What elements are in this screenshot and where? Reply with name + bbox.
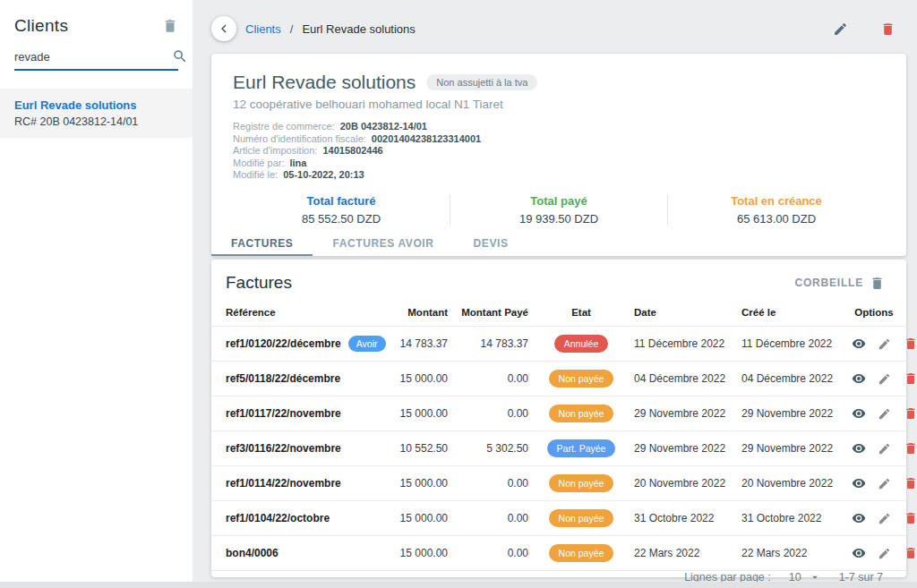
breadcrumb: Clients / Eurl Revade solutions: [211, 14, 904, 43]
edit-invoice-icon[interactable]: [878, 442, 891, 456]
corbeille-label: CORBEILLE: [794, 277, 863, 289]
invoice-reference: ref3/0116/22/novembre: [226, 442, 341, 455]
clients-sidebar: Clients Eurl Revade solutions RC# 20B 04…: [0, 0, 193, 582]
edit-client-icon[interactable]: [833, 21, 848, 37]
invoice-montant-paye: 0.00: [453, 396, 534, 431]
edit-invoice-icon[interactable]: [878, 372, 891, 386]
delete-invoice-icon[interactable]: [904, 546, 917, 560]
col-reference: Référence: [211, 300, 378, 327]
view-invoice-icon[interactable]: [852, 337, 866, 351]
invoice-cree-le: 29 Novembre 2022: [736, 396, 842, 431]
col-date: Date: [629, 300, 736, 327]
field-value: 05-10-2022, 20:13: [283, 169, 364, 180]
field-value: lina: [289, 158, 306, 168]
invoice-reference: bon4/0006: [226, 547, 279, 559]
field-label: Modifié le:: [233, 169, 278, 180]
view-invoice-icon[interactable]: [852, 406, 866, 421]
invoice-montant-paye: 0.00: [453, 362, 534, 396]
tab-factures[interactable]: FACTURES: [211, 231, 313, 257]
field-label: Registre de commerce:: [233, 121, 335, 132]
view-invoice-icon[interactable]: [852, 476, 866, 490]
table-row: bon4/0006 15 000.00 0.00 Non payée 22 Ma…: [211, 536, 906, 571]
edit-invoice-icon[interactable]: [878, 407, 891, 421]
tab-factures-avoir[interactable]: FACTURES AVOIR: [313, 231, 453, 257]
total-creance: Total en créance 65 613.00 DZD: [667, 194, 885, 226]
status-badge: Non payée: [549, 405, 614, 422]
horizontal-scrollbar[interactable]: [0, 582, 917, 588]
search-input[interactable]: [14, 50, 172, 64]
view-invoice-icon[interactable]: [852, 546, 866, 560]
edit-invoice-icon[interactable]: [878, 547, 891, 560]
breadcrumb-separator: /: [290, 22, 294, 36]
totals-row: Total facturé 85 552.50 DZD Total payé 1…: [233, 191, 885, 231]
tab-devis[interactable]: DEVIS: [454, 231, 528, 257]
status-badge: Non payée: [549, 509, 614, 527]
delete-invoice-icon[interactable]: [904, 441, 917, 456]
col-montant-paye: Montant Payé: [453, 300, 534, 327]
search-icon[interactable]: [172, 48, 188, 64]
trash-icon[interactable]: [162, 18, 178, 34]
client-list-item-name: Eurl Revade solutions: [14, 98, 178, 112]
field-label: Article d'imposition:: [233, 145, 317, 156]
back-button[interactable]: [211, 16, 236, 41]
invoice-reference: ref1/0114/22/novembre: [226, 477, 341, 490]
delete-invoice-icon[interactable]: [904, 337, 917, 351]
invoice-reference: ref1/0117/22/novembre: [226, 407, 341, 420]
status-badge: Non payée: [549, 370, 614, 388]
invoice-montant: 15 000.00: [378, 501, 453, 536]
edit-invoice-icon[interactable]: [878, 337, 891, 351]
col-options: Options: [842, 300, 906, 327]
edit-invoice-icon[interactable]: [878, 512, 891, 525]
invoice-cree-le: 31 Octobre 2022: [736, 501, 842, 536]
delete-invoice-icon[interactable]: [904, 371, 917, 386]
total-paye: Total payé 19 939.50 DZD: [450, 194, 667, 226]
invoice-date: 04 Décembre 2022: [629, 362, 736, 396]
field-value: 00201404238123314001: [372, 133, 481, 144]
delete-client-icon[interactable]: [880, 21, 896, 37]
invoices-card: Factures CORBEILLE Référence Montant Mon…: [211, 260, 906, 577]
invoice-montant: 10 552.50: [378, 431, 453, 466]
delete-invoice-icon[interactable]: [904, 511, 917, 525]
corbeille-button[interactable]: CORBEILLE: [794, 276, 885, 291]
invoice-cree-le: 04 Décembre 2022: [736, 362, 842, 396]
client-list-item[interactable]: Eurl Revade solutions RC# 20B 0423812-14…: [0, 89, 193, 138]
table-row: ref1/0114/22/novembre 15 000.00 0.00 Non…: [211, 466, 906, 501]
invoice-reference: ref1/0120/22/décembre: [226, 337, 341, 350]
invoice-montant: 14 783.37: [378, 327, 453, 362]
invoice-date: 11 Décembre 2022: [629, 327, 736, 362]
client-fields: Registre de commerce:20B 0423812-14/01 N…: [233, 121, 885, 182]
col-cree-le: Créé le: [736, 300, 842, 327]
invoices-table: Référence Montant Montant Payé Etat Date…: [211, 300, 906, 570]
client-address: 12 coopérative belhouari mohamed local N…: [233, 98, 885, 111]
breadcrumb-current: Eurl Revade solutions: [302, 22, 415, 36]
invoice-date: 31 Octobre 2022: [629, 501, 736, 536]
tab-bar: FACTURES FACTURES AVOIR DEVIS: [211, 231, 906, 257]
field-label: Modifié par:: [233, 158, 284, 168]
view-invoice-icon[interactable]: [852, 441, 866, 456]
client-name-title: Eurl Revade solutions: [233, 72, 416, 93]
main-area: Clients / Eurl Revade solutions Eurl Rev…: [193, 0, 917, 588]
view-invoice-icon[interactable]: [852, 371, 866, 386]
invoice-cree-le: 22 Mars 2022: [736, 536, 842, 571]
invoice-montant: 15 000.00: [378, 536, 453, 571]
field-value: 20B 0423812-14/01: [340, 121, 427, 132]
breadcrumb-link-clients[interactable]: Clients: [245, 22, 281, 36]
invoice-montant: 15 000.00: [378, 396, 453, 431]
tva-status-badge: Non assujetti à la tva: [426, 74, 537, 90]
invoice-reference: ref1/0104/22/octobre: [226, 512, 330, 524]
sidebar-title: Clients: [14, 16, 68, 36]
delete-invoice-icon[interactable]: [904, 406, 917, 421]
edit-invoice-icon[interactable]: [878, 477, 891, 490]
invoice-date: 29 Novembre 2022: [629, 396, 736, 431]
invoice-date: 22 Mars 2022: [629, 536, 736, 571]
avoir-badge: Avoir: [348, 336, 386, 352]
client-list-item-rc: RC# 20B 0423812-14/01: [14, 115, 178, 128]
invoice-montant-paye: 14 783.37: [453, 327, 534, 362]
status-badge: Part. Payée: [547, 439, 616, 457]
invoice-date: 20 Novembre 2022: [629, 466, 736, 501]
delete-invoice-icon[interactable]: [904, 476, 917, 490]
status-badge: Non payée: [549, 474, 614, 492]
invoice-montant-paye: 0.00: [453, 501, 534, 536]
field-label: Numéro d'identification fiscale:: [233, 133, 366, 144]
view-invoice-icon[interactable]: [852, 511, 866, 525]
